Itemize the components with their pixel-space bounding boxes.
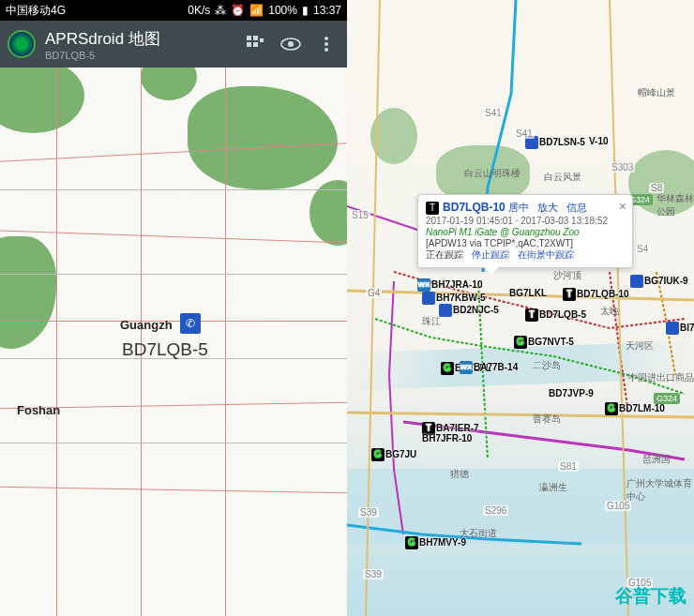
overflow-icon[interactable] <box>313 36 339 53</box>
svg-rect-1 <box>253 36 258 40</box>
svg-rect-3 <box>253 42 258 47</box>
clock-label: 13:37 <box>313 4 341 17</box>
app-bar: APRSdroid 地图 BD7LQB-5 <box>0 21 347 68</box>
popup-link-zoom[interactable]: 放大 <box>537 202 558 213</box>
svg-rect-2 <box>247 42 251 47</box>
place-label: 瀛洲生 <box>539 481 567 494</box>
road-label: S39 <box>363 569 384 579</box>
station-BD7LM-10[interactable]: GBD7LM-10 <box>605 402 665 415</box>
popup-tracking-street[interactable]: 在街景中跟踪 <box>518 249 574 260</box>
place-label: 白云风景 <box>544 171 581 184</box>
bluetooth-icon: ⁂ <box>215 4 226 17</box>
watermark: 谷普下载 <box>615 584 686 608</box>
signal-icon: 📶 <box>249 4 264 17</box>
road-label: S81 <box>558 461 579 472</box>
callsign-left: BD7LQB-5 <box>122 339 208 360</box>
station-BD2NJC-5[interactable]: BD2NJC-5 <box>439 304 499 317</box>
place-label: 大石街道 <box>460 527 497 540</box>
station-BH7JRA-10[interactable]: WXBH7JRA-10 <box>417 278 482 292</box>
svg-point-7 <box>324 37 328 40</box>
station-BG7NVT-5[interactable]: GBG7NVT-5 <box>514 336 574 349</box>
road-label: S39 <box>358 507 379 518</box>
popup-link-info[interactable]: 信息 <box>566 202 587 213</box>
station-BI7JTA-5[interactable]: BI7JTA-5 <box>666 322 694 335</box>
road-label: S41 <box>483 108 504 118</box>
place-label: 天河区 <box>626 339 654 353</box>
svg-point-8 <box>324 42 328 46</box>
station-V-10[interactable]: V-10 <box>589 136 609 146</box>
svg-point-9 <box>324 48 328 52</box>
place-label: 琶洲国 <box>642 453 671 466</box>
left-panel: 中国移动4G 0K/s ⁂ ⏰ 📶 100% ▮ 13:37 APRSdroid… <box>0 0 347 616</box>
status-bar: 中国移动4G 0K/s ⁂ ⏰ 📶 100% ▮ 13:37 <box>0 0 347 21</box>
carrier-label: 中国移动4G <box>6 3 188 19</box>
place-label: 沙河顶 <box>553 269 581 282</box>
app-title: APRSdroid 地图 <box>45 28 233 50</box>
popup-symbol-icon: T <box>426 202 439 215</box>
road-label: S15 <box>350 210 370 220</box>
station-BH7KBW-5[interactable]: BH7KBW-5 <box>422 292 486 305</box>
road-label: S296 <box>483 505 508 516</box>
highway-label: G324 <box>654 393 680 404</box>
place-label: 二沙岛 <box>533 359 561 372</box>
place-label: 帽峰山景 <box>638 86 675 99</box>
popup-tracking-current: 正在跟踪 <box>426 249 463 260</box>
station-BG7JU[interactable]: GBG7JU <box>371 448 416 461</box>
place-label: 广州大学城体育中心 <box>626 477 694 503</box>
place-label: 猎德 <box>450 468 469 481</box>
popup-comment: NanoPi M1 iGate @ Guangzhou Zoo <box>426 227 625 237</box>
place-label: 普赛岛 <box>533 413 561 426</box>
place-label: 白云山明珠楼 <box>464 167 520 180</box>
svg-rect-0 <box>247 36 251 40</box>
aprsdroid-logo-icon[interactable] <box>8 30 36 58</box>
station-popup: × T BD7LQB-10 居中 放大 信息 2017-01-19 01:45:… <box>417 194 633 268</box>
popup-link-center[interactable]: 居中 <box>508 202 529 213</box>
city-guangzhou: Guangzh <box>120 318 173 332</box>
road-label: G4 <box>366 288 382 298</box>
battery-label: 100% <box>268 4 297 17</box>
place-label: 中国进出口商品 <box>628 371 694 384</box>
station-BD7LQB-5[interactable]: TBD7LQB-5 <box>525 308 586 322</box>
road-label: S41 <box>514 128 535 139</box>
net-speed: 0K/s <box>188 4 210 17</box>
popup-path: [APDW13 via TCPIP*,qAC,T2XWT] <box>426 238 625 248</box>
map-left[interactable]: Guangzh ✆ BD7LQB-5 Foshan <box>0 68 347 616</box>
eye-icon[interactable] <box>278 38 304 51</box>
station-BD7LQB-10[interactable]: TBD7LQB-10 <box>563 288 629 301</box>
battery-icon: ▮ <box>302 4 309 17</box>
grid-icon[interactable] <box>242 35 268 53</box>
station-BH7MVY-9[interactable]: GBH7MVY-9 <box>405 536 466 549</box>
popup-close-icon[interactable]: × <box>619 199 626 214</box>
app-subtitle: BD7LQB-5 <box>45 50 233 61</box>
station-BD7JVP-9[interactable]: BD7JVP-9 <box>549 388 594 398</box>
popup-callsign[interactable]: BD7LQB-10 <box>443 201 505 214</box>
station-BG7IUK-9[interactable]: BG7IUK-9 <box>630 275 688 288</box>
station-BH7JFR-10[interactable]: BH7JFR-10 <box>422 433 472 443</box>
station-BG7LKL[interactable]: BG7LKL <box>509 288 547 298</box>
svg-point-6 <box>288 41 294 47</box>
popup-tracking-stop[interactable]: 停止跟踪 <box>472 249 509 260</box>
map-right[interactable]: × T BD7LQB-10 居中 放大 信息 2017-01-19 01:45:… <box>347 0 694 616</box>
station-BA77B-14[interactable]: WXBA77B-14 <box>460 361 518 374</box>
road-label: S4 <box>635 244 650 254</box>
popup-timestamp: 2017-01-19 01:45:01 · 2017-03-03 13:18:5… <box>426 216 625 226</box>
place-label: 珠江 <box>422 315 441 328</box>
place-label: 华林森林公园 <box>656 192 694 218</box>
alarm-icon: ⏰ <box>231 4 245 17</box>
svg-line-13 <box>366 0 380 616</box>
svg-rect-4 <box>260 38 264 42</box>
road-label: S303 <box>610 162 635 173</box>
city-foshan: Foshan <box>17 403 60 417</box>
place-label: 太晚 <box>600 305 619 318</box>
station-marker-icon[interactable]: ✆ <box>180 313 201 334</box>
